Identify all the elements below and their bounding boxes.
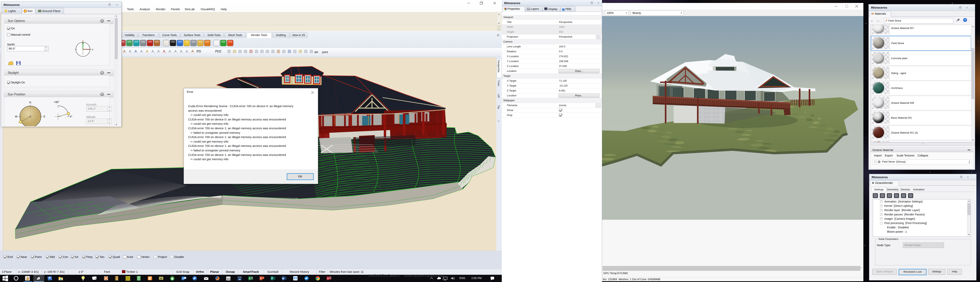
svg-text:W: W [15, 115, 18, 118]
svg-text:♠: ♠ [95, 277, 96, 279]
svg-text:x: x [92, 48, 93, 51]
svg-text:x2: x2 [160, 277, 162, 280]
svg-text:N: N [29, 101, 31, 104]
svg-text:A: A [327, 277, 329, 280]
svg-text:O: O [182, 277, 184, 280]
svg-text:E: E [43, 115, 45, 118]
svg-text:0°: 0° [70, 115, 72, 118]
svg-text:W: W [282, 277, 285, 280]
svg-text:kindle: kindle [238, 277, 242, 278]
svg-text:P: P [271, 277, 273, 280]
svg-text:P: P [260, 277, 262, 280]
svg-text:+90°: +90° [54, 100, 59, 104]
svg-text:y: y [82, 40, 84, 42]
svg-text:X: X [249, 277, 250, 280]
